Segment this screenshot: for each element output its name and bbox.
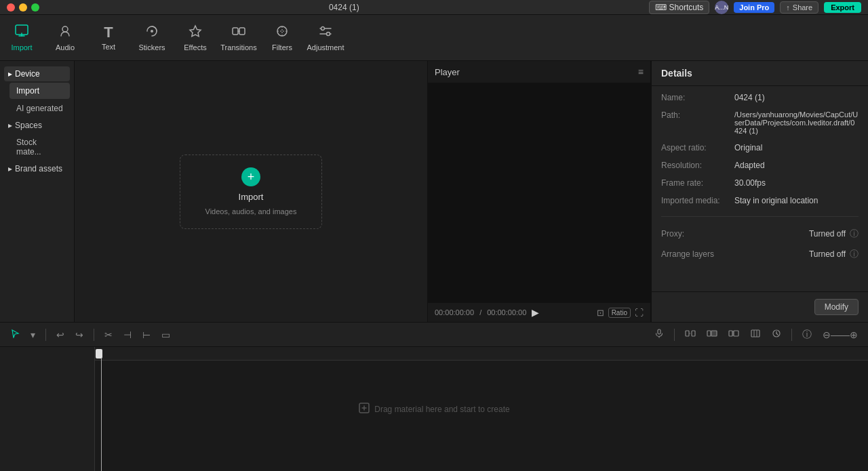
tl-divider-4 [791, 329, 792, 341]
snap1-tool[interactable] [682, 327, 699, 342]
ratio-badge[interactable]: Ratio [608, 308, 631, 318]
arrange-layers-info-icon[interactable]: ⓘ [850, 248, 859, 260]
sidebar-brand-assets-header[interactable]: ▸ Brand assets [4, 161, 70, 176]
zoom-tool[interactable]: ⊖——⊕ [819, 327, 861, 342]
toolbar-text[interactable]: T Text [87, 15, 130, 61]
svg-rect-18 [692, 331, 695, 336]
svg-rect-7 [239, 28, 245, 35]
device-label: Device [15, 69, 40, 79]
split-start-tool[interactable]: ⊣ [120, 327, 135, 342]
traffic-lights [7, 3, 39, 12]
toolbar-adjustment[interactable]: Adjustment [304, 15, 347, 61]
title-right-actions: ⌨ Shortcuts A...N Join Pro ↑ Share Expor… [649, 1, 861, 14]
timeline-content: Drag material here and start to create [0, 347, 868, 471]
undo-tool[interactable]: ↩ [53, 327, 68, 342]
adjustment-icon [318, 24, 333, 41]
svg-rect-17 [686, 331, 689, 336]
toolbar-import[interactable]: Import [0, 15, 43, 61]
proxy-label: Proxy: [661, 229, 729, 239]
export-button[interactable]: Export [824, 2, 861, 13]
details-content: Name: 0424 (1) Path: /Users/yanhuarong/M… [652, 86, 868, 291]
detail-resolution: Resolution: Adapted [661, 161, 859, 170]
proxy-info-icon[interactable]: ⓘ [850, 228, 859, 240]
toolbar-stickers[interactable]: Stickers [130, 15, 174, 61]
crop-tool[interactable]: ▭ [158, 327, 174, 342]
details-footer: Modify [652, 291, 868, 322]
import-plus-icon: + [241, 167, 260, 186]
snap3-tool[interactable] [725, 327, 743, 342]
share-icon: ↑ [786, 3, 790, 12]
frame-rate-value: 30.00fps [734, 178, 766, 188]
timeline-cursor [98, 347, 100, 471]
modify-button[interactable]: Modify [814, 299, 859, 315]
detail-arrange-layers: Arrange layers Turned off ⓘ [661, 248, 859, 260]
sidebar-stock-mate-btn[interactable]: Stock mate... [9, 134, 70, 160]
player-menu-icon[interactable]: ≡ [638, 66, 644, 77]
cursor-tool[interactable] [7, 327, 23, 342]
frame-rate-label: Frame rate: [661, 178, 729, 188]
imported-media-label: Imported media: [661, 196, 729, 205]
share-button[interactable]: ↑ Share [780, 1, 818, 14]
player-snapshot-icon[interactable]: ⊡ [597, 308, 604, 318]
brand-assets-chevron-icon: ▸ [8, 164, 12, 173]
text-label: Text [102, 43, 115, 51]
detail-proxy: Proxy: Turned off ⓘ [661, 228, 859, 240]
title-bar: 0424 (1) ⌨ Shortcuts A...N Join Pro ↑ Sh… [0, 0, 868, 15]
redo-tool[interactable]: ↪ [72, 327, 87, 342]
cursor-dropdown[interactable]: ▾ [27, 327, 39, 342]
toolbar-filters[interactable]: Filters [260, 15, 304, 61]
detail-imported-media: Imported media: Stay in original locatio… [661, 196, 859, 205]
svg-marker-5 [190, 26, 201, 37]
svg-line-30 [776, 333, 778, 335]
import-card[interactable]: + Import Videos, audios, and images [180, 155, 322, 229]
details-panel: Details Name: 0424 (1) Path: /Users/yanh… [651, 61, 868, 322]
detail-name: Name: 0424 (1) [661, 93, 859, 102]
svg-rect-22 [729, 331, 732, 336]
resolution-value: Adapted [734, 161, 765, 170]
join-pro-button[interactable]: Join Pro [734, 2, 774, 13]
cut-tool[interactable]: ✂ [101, 327, 116, 342]
svg-rect-23 [734, 331, 738, 336]
transitions-label: Transitions [220, 43, 256, 52]
text-icon: T [104, 25, 113, 40]
mic-tool[interactable] [651, 327, 667, 342]
tl-divider-2 [94, 329, 94, 341]
snap4-tool[interactable] [747, 327, 764, 342]
arrange-layers-value: Turned off [809, 249, 846, 259]
aspect-ratio-value: Original [734, 143, 762, 152]
svg-point-8 [277, 26, 287, 36]
snap2-tool[interactable] [703, 327, 721, 342]
player-play-button[interactable]: ▶ [532, 307, 539, 318]
minimize-button[interactable] [19, 3, 27, 12]
shortcuts-button[interactable]: ⌨ Shortcuts [649, 1, 710, 14]
import-label: Import [11, 43, 32, 52]
aspect-ratio-label: Aspect ratio: [661, 143, 729, 152]
snap5-tool[interactable] [768, 327, 785, 342]
shortcuts-label: Shortcuts [669, 3, 704, 12]
toolbar-audio[interactable]: Audio [43, 15, 87, 61]
drag-hint: Drag material here and start to create [358, 402, 509, 416]
sidebar-spaces-header[interactable]: ▸ Spaces [4, 118, 70, 133]
close-button[interactable] [7, 3, 15, 12]
zoom-info-tool[interactable]: ⓘ [799, 327, 815, 343]
timeline-ruler [95, 347, 868, 361]
sidebar-import-btn[interactable]: Import [9, 83, 70, 99]
user-section: A...N [715, 1, 728, 14]
player-icons: ⊡ Ratio ⛶ [597, 308, 644, 318]
toolbar-effects[interactable]: Effects [174, 15, 217, 61]
effects-label: Effects [184, 43, 206, 52]
shortcuts-icon: ⌨ [655, 3, 667, 12]
sidebar-device-header[interactable]: ▸ Device [4, 66, 70, 81]
cursor-head [96, 349, 102, 359]
app: Import Audio T Text Stickers Effects [0, 15, 868, 471]
transitions-icon [231, 24, 246, 41]
player-fullscreen-icon[interactable]: ⛶ [635, 308, 644, 318]
sidebar-ai-generated-btn[interactable]: AI generated [9, 100, 70, 117]
adjustment-label: Adjustment [307, 43, 344, 52]
split-end-tool[interactable]: ⊢ [139, 327, 154, 342]
maximize-button[interactable] [31, 3, 39, 12]
stickers-icon [144, 24, 159, 41]
toolbar-transitions[interactable]: Transitions [217, 15, 260, 61]
timeline-tracks [0, 347, 95, 471]
player-panel: Player ≡ 00:00:00:00 / 00:00:00:00 ▶ ⊡ R… [427, 61, 651, 322]
